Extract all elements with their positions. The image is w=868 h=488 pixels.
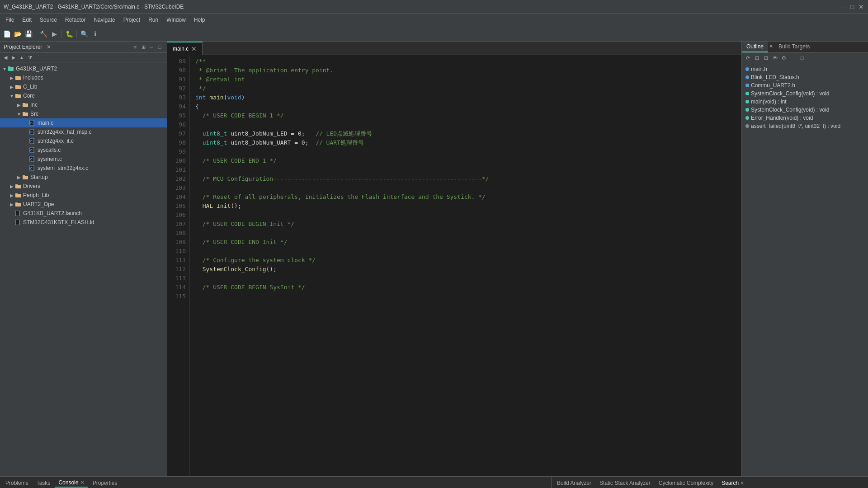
code-line-102: /* MCU Configuration--------------------…: [195, 174, 736, 183]
pe-min-btn[interactable]: ─: [148, 43, 155, 51]
tree-label: UART2_Ope: [23, 201, 54, 207]
bottom-tab-console[interactable]: Console ✕: [55, 479, 88, 488]
editor-content[interactable]: 8990919293949596979899100101102103104105…: [167, 55, 741, 476]
pe-menu-btn[interactable]: ⋮: [34, 54, 42, 61]
toolbar-sep3: [76, 30, 77, 38]
tree-item-main-c[interactable]: Cmain.c: [0, 118, 167, 127]
tree-item-system-stm32g4xx-c[interactable]: Csystem_stm32g4xx.c: [0, 164, 167, 173]
outline-item[interactable]: main.h: [742, 65, 868, 73]
tree-icon-folder: [22, 110, 29, 117]
tree-arrow: ▶: [9, 84, 14, 89]
pe-link-btn[interactable]: ⊞: [140, 43, 147, 51]
outline-item[interactable]: Error_Handler(void) : void: [742, 114, 868, 122]
outline-item[interactable]: SystemClock_Config(void) : void: [742, 89, 868, 98]
pe-close-btn[interactable]: ✕: [47, 44, 51, 50]
menu-item-edit[interactable]: Edit: [19, 15, 35, 24]
toolbar-new[interactable]: 📄: [2, 29, 12, 39]
bottom-tab-problems[interactable]: Problems: [2, 479, 32, 487]
menu-item-file[interactable]: File: [2, 15, 18, 24]
outline-sync-btn[interactable]: ⟳: [744, 54, 752, 62]
pe-back-btn[interactable]: ◀: [2, 54, 9, 61]
close-button[interactable]: ✕: [858, 4, 864, 10]
tree-item-sysmem-c[interactable]: Csysmem.c: [0, 155, 167, 164]
outline-max-btn[interactable]: □: [798, 54, 806, 62]
outline-min-btn[interactable]: ─: [789, 54, 797, 62]
tree-label: stm32g4xx_it.c: [38, 138, 74, 144]
tree-item-stm32g431kbtx-flash-ld[interactable]: STM32G431KBTX_FLASH.ld: [0, 218, 167, 227]
toolbar-search[interactable]: 🔍: [79, 29, 89, 39]
menu-item-run[interactable]: Run: [145, 15, 162, 24]
tree-item-periph-lib[interactable]: ▶Periph_Lib: [0, 191, 167, 200]
svg-rect-29: [15, 193, 18, 194]
tab-build-targets[interactable]: Build Targets: [774, 42, 814, 52]
tree-item-inc[interactable]: ▶Inc: [0, 100, 167, 109]
menu-item-navigate[interactable]: Navigate: [90, 15, 118, 24]
tree-label: Periph_Lib: [23, 192, 49, 198]
toolbar-info[interactable]: ℹ: [90, 29, 100, 39]
menu-item-source[interactable]: Source: [36, 15, 61, 24]
tree-item-g431kb-uart2-launch[interactable]: G431KB_UART2.launch: [0, 209, 167, 218]
tree-item-includes[interactable]: ▶Includes: [0, 73, 167, 82]
titlebar: W_G431KB_UART2 - G431KB_UART2/Core/Src/m…: [0, 0, 868, 14]
tree-icon-project: [7, 65, 14, 72]
minimize-button[interactable]: ─: [840, 4, 846, 10]
tree-item-drivers[interactable]: ▶Drivers: [0, 182, 167, 191]
br-tab-build-analyzer[interactable]: Build Analyzer: [553, 479, 595, 487]
tab-outline[interactable]: Outline: [742, 42, 768, 52]
pe-up-btn[interactable]: ▲: [18, 54, 25, 61]
svg-rect-27: [15, 184, 18, 185]
outline-close-btn[interactable]: ✕: [768, 42, 774, 52]
tab-close-btn[interactable]: ✕: [191, 45, 197, 52]
tree-item-c-lib[interactable]: ▶C_Lib: [0, 82, 167, 91]
console-close[interactable]: ✕: [80, 479, 85, 486]
br-tab-static-stack-analyzer[interactable]: Static Stack Analyzer: [596, 479, 654, 487]
toolbar-open[interactable]: 📂: [13, 29, 23, 39]
toolbar-debug[interactable]: 🐛: [64, 29, 74, 39]
outline-item[interactable]: main(void) : int: [742, 98, 868, 106]
tree-item-stm32g4xx-hal-msp-c[interactable]: Cstm32g4xx_hal_msp.c: [0, 127, 167, 136]
outline-settings-btn[interactable]: ⚙: [780, 54, 788, 62]
line-number-89: 89: [171, 57, 186, 66]
tree-item-g431kb-uart2[interactable]: ▼G431KB_UART2: [0, 64, 167, 73]
toolbar-build[interactable]: 🔨: [38, 29, 48, 39]
toolbar-save[interactable]: 💾: [24, 29, 33, 39]
editor-tab-main[interactable]: main.c ✕: [167, 42, 203, 55]
tree-item-src[interactable]: ▼Src: [0, 109, 167, 118]
menu-item-window[interactable]: Window: [163, 15, 189, 24]
tree-item-core[interactable]: ▼Core: [0, 91, 167, 100]
toolbar-run[interactable]: ▶: [49, 29, 59, 39]
outline-label: SystemClock_Config(void) : void: [751, 107, 829, 113]
menu-item-help[interactable]: Help: [190, 15, 209, 24]
tree-item-syscalls-c[interactable]: Csyscalls.c: [0, 145, 167, 155]
toolbar-sep1: [36, 30, 36, 38]
code-area[interactable]: /** * @brief The application entry point…: [190, 55, 741, 476]
outline-item[interactable]: SystemClock_Config(void) : void: [742, 106, 868, 114]
outline-hide-btn[interactable]: 👁: [771, 54, 779, 62]
line-number-90: 90: [171, 66, 186, 75]
br-tab-cyclomatic-complexity[interactable]: Cyclomatic Complexity: [655, 479, 717, 487]
outline-item[interactable]: assert_failed(uint8_t*, uint32_t) : void: [742, 122, 868, 130]
pe-collapse-btn[interactable]: ≡: [132, 43, 139, 51]
code-line-110: [195, 247, 736, 256]
menu-item-project[interactable]: Project: [120, 15, 144, 24]
outline-collapse-btn[interactable]: ⊟: [753, 54, 761, 62]
tree-item-startup[interactable]: ▶Startup: [0, 173, 167, 182]
tree-item-uart2-ope[interactable]: ▶UART2_Ope: [0, 200, 167, 209]
maximize-button[interactable]: □: [849, 4, 855, 10]
br-tab-search[interactable]: Search ✕: [718, 479, 748, 487]
outline-expand-btn[interactable]: ⊞: [762, 54, 770, 62]
pe-forward-btn[interactable]: ▶: [10, 54, 17, 61]
tree-icon-folder: [14, 74, 22, 81]
tree-label: system_stm32g4xx.c: [38, 165, 88, 171]
svg-rect-24: [23, 176, 28, 179]
pe-filter-btn[interactable]: ⧩: [26, 54, 33, 61]
svg-rect-7: [15, 94, 18, 95]
outline-item[interactable]: Blink_LED_Status.h: [742, 73, 868, 81]
tree-item-stm32g4xx-it-c[interactable]: Cstm32g4xx_it.c: [0, 136, 167, 145]
outline-item[interactable]: Commu_UART2.h: [742, 81, 868, 89]
line-number-111: 111: [171, 256, 186, 265]
pe-max-btn[interactable]: □: [156, 43, 163, 51]
menu-item-refactor[interactable]: Refactor: [61, 15, 89, 24]
bottom-tab-properties[interactable]: Properties: [89, 479, 121, 487]
bottom-tab-tasks[interactable]: Tasks: [33, 479, 54, 487]
